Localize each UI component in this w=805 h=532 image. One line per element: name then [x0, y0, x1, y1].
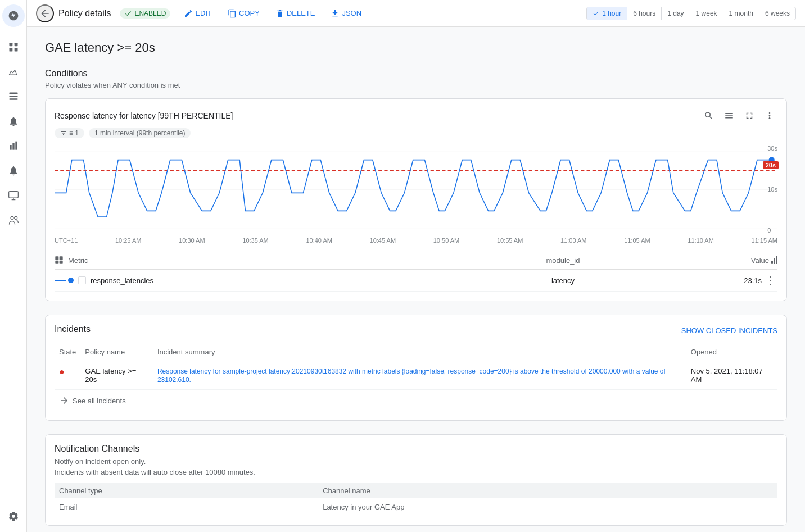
svg-rect-20 [55, 261, 58, 264]
metric-kebab-icon[interactable]: ⋮ [764, 274, 777, 287]
auto-close-label: Incidents with absent data will auto clo… [55, 468, 777, 476]
time-1day[interactable]: 1 day [662, 7, 690, 20]
incident-summary-cell: Response latency for sample-project late… [153, 361, 686, 390]
col-module-header: module_id [394, 256, 732, 265]
chart-title: Response latency for latency [99TH PERCE… [55, 111, 233, 120]
svg-rect-2 [9, 48, 12, 52]
chart-header: Response latency for latency [99TH PERCE… [55, 108, 777, 124]
svg-rect-21 [60, 261, 63, 264]
chart-tag-interval[interactable]: 1 min interval (99th percentile) [89, 128, 191, 138]
main-content: Policy details ENABLED EDIT COPY DELETE … [27, 0, 805, 532]
channel-name-cell: Latency in your GAE App [318, 498, 777, 516]
col-value-header: Value [732, 256, 777, 265]
svg-rect-3 [14, 48, 17, 52]
page-title: Policy details [58, 8, 111, 19]
notif-table-row: Email Latency in your GAE App [55, 498, 777, 516]
see-all-incidents-row[interactable]: See all incidents [55, 390, 777, 411]
sidebar-monitor-icon[interactable] [2, 184, 25, 207]
col-channel-name-header: Channel name [318, 483, 777, 498]
incidents-header: Incidents SHOW CLOSED INCIDENTS [55, 324, 777, 337]
svg-rect-18 [55, 256, 58, 260]
sidebar-bar-chart-icon[interactable] [2, 135, 25, 157]
chart-x-labels: UTC+11 10:25 AM 10:30 AM 10:35 AM 10:40 … [55, 237, 777, 244]
svg-rect-10 [8, 192, 18, 198]
metric-row-module-col: latency [394, 276, 732, 285]
chart-card: Response latency for latency [99TH PERCE… [45, 98, 787, 301]
topbar: Policy details ENABLED EDIT COPY DELETE … [27, 0, 805, 27]
sidebar-group-icon[interactable] [2, 209, 25, 231]
metric-table-header: Metric module_id Value [55, 251, 777, 270]
col-policy-header: Policy name [80, 343, 153, 361]
incidents-section: Incidents SHOW CLOSED INCIDENTS State Po… [45, 315, 787, 421]
sidebar-metrics-icon[interactable] [2, 61, 25, 83]
time-6weeks[interactable]: 6 weeks [759, 7, 795, 20]
col-opened-header: Opened [686, 343, 777, 361]
svg-rect-4 [9, 93, 17, 94]
value-bars-icon[interactable] [771, 256, 777, 264]
zoom-icon[interactable] [701, 108, 717, 124]
time-1week[interactable]: 1 week [690, 7, 723, 20]
edit-button[interactable]: EDIT [177, 6, 219, 21]
sidebar-alerts-icon[interactable] [2, 110, 25, 133]
chart-area: 30s 10s 0 20s [55, 145, 777, 235]
time-6hours[interactable]: 6 hours [627, 7, 662, 20]
chart-tags: ≡ 1 1 min interval (99th percentile) [55, 128, 777, 138]
time-range-selector: 1 hour 6 hours 1 day 1 week 1 month 6 we… [586, 7, 796, 20]
sidebar [0, 0, 27, 532]
channel-type-cell: Email [55, 498, 318, 516]
more-options-icon[interactable] [762, 108, 777, 124]
notify-label: Notify on incident open only. [55, 457, 777, 466]
table-row: ● GAE latency >= 20s Response latency fo… [55, 361, 777, 390]
fullscreen-icon[interactable] [741, 108, 757, 124]
delete-button[interactable]: DELETE [269, 6, 322, 21]
chart-y-labels: 30s 10s 0 [767, 145, 777, 235]
svg-rect-6 [9, 98, 17, 100]
svg-rect-8 [12, 143, 14, 150]
svg-rect-5 [9, 96, 17, 97]
svg-rect-19 [60, 256, 63, 260]
incident-policy-cell: GAE latency >= 20s [80, 361, 153, 390]
svg-rect-0 [9, 43, 12, 47]
chart-tag-filter[interactable]: ≡ 1 [55, 128, 84, 138]
metric-row-value-col: 23.1s ⋮ [732, 274, 777, 287]
page-content: GAE latency >= 20s Conditions Policy vio… [27, 27, 805, 532]
metric-table-row: response_latencies latency 23.1s ⋮ [55, 270, 777, 292]
conditions-subtitle: Policy violates when ANY condition is me… [45, 81, 787, 89]
topbar-actions: EDIT COPY DELETE JSON [177, 6, 368, 21]
sidebar-table-icon[interactable] [2, 85, 25, 108]
enabled-badge: ENABLED [120, 8, 170, 19]
svg-rect-9 [15, 142, 17, 150]
sidebar-settings-icon[interactable] [2, 505, 25, 528]
metric-checkbox[interactable] [78, 276, 86, 284]
json-button[interactable]: JSON [324, 6, 368, 21]
legend-icon[interactable] [721, 108, 737, 124]
notif-table-header-row: Channel type Channel name [55, 483, 777, 498]
back-button[interactable] [36, 4, 54, 22]
policy-title: GAE latency >= 20s [45, 40, 787, 55]
metric-table: Metric module_id Value [55, 251, 777, 292]
incident-error-icon: ● [59, 367, 65, 376]
incidents-table: State Policy name Incident summary Opene… [55, 343, 777, 390]
time-1hour[interactable]: 1 hour [587, 7, 627, 20]
chart-icons [701, 108, 777, 124]
incidents-table-header-row: State Policy name Incident summary Opene… [55, 343, 777, 361]
svg-rect-7 [10, 145, 11, 149]
incident-state-cell: ● [55, 361, 80, 390]
sidebar-notification-icon[interactable] [2, 160, 25, 182]
conditions-title: Conditions [45, 69, 787, 79]
svg-point-11 [11, 216, 13, 219]
time-1month[interactable]: 1 month [723, 7, 759, 20]
svg-rect-1 [14, 43, 17, 47]
sidebar-logo[interactable] [2, 4, 25, 27]
notification-channels-section: Notification Channels Notify on incident… [45, 434, 787, 526]
incident-summary-link[interactable]: Response latency for sample-project late… [157, 367, 666, 384]
threshold-badge: 20s [763, 161, 779, 169]
copy-button[interactable]: COPY [221, 6, 266, 21]
notification-table: Channel type Channel name Email Latency … [55, 483, 777, 516]
incident-opened-cell: Nov 5, 2021, 11:18:07 AM [686, 361, 777, 390]
show-closed-incidents-link[interactable]: SHOW CLOSED INCIDENTS [681, 326, 777, 335]
col-summary-header: Incident summary [153, 343, 686, 361]
metric-row-name-col: response_latencies [55, 276, 394, 285]
chart-svg [55, 145, 777, 235]
sidebar-dashboard-icon[interactable] [2, 36, 25, 58]
